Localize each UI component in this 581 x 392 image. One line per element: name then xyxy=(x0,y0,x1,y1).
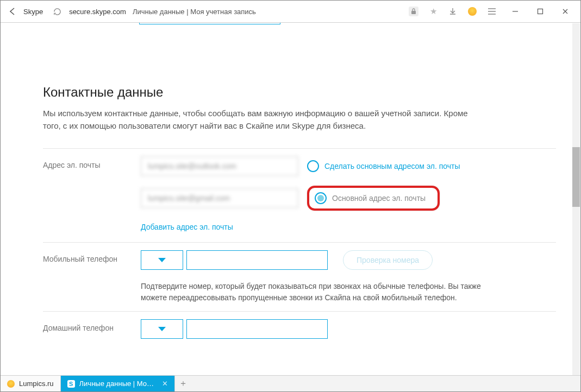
svg-rect-1 xyxy=(538,9,543,14)
home-phone-input[interactable] xyxy=(186,319,328,339)
home-country-code-select[interactable] xyxy=(141,319,183,339)
add-email-link[interactable]: Добавить адрес эл. почты xyxy=(141,223,233,231)
section-title: Контактные данные xyxy=(43,85,556,100)
primary-email-label: Основной адрес эл. почты xyxy=(332,194,426,203)
email-input-2[interactable] xyxy=(141,188,298,208)
tab-bar: Lumpics.ru S Личные данные | Моя уч ✕ ＋ xyxy=(1,375,580,391)
svg-rect-0 xyxy=(411,11,416,14)
favicon-icon: S xyxy=(67,380,75,388)
tab-lumpics[interactable]: Lumpics.ru xyxy=(1,376,61,391)
browser-toolbar: Skype secure.skype.com Личные данные | М… xyxy=(1,1,580,23)
home-phone-label: Домашний телефон xyxy=(43,319,141,332)
mobile-helper-text: Подтвердите номер, который будет показыв… xyxy=(141,281,499,304)
chevron-down-icon xyxy=(158,258,166,262)
primary-email-radio[interactable]: Основной адрес эл. почты xyxy=(315,192,426,204)
email-input-1[interactable] xyxy=(141,156,298,176)
radio-icon xyxy=(315,192,327,204)
mobile-phone-label: Мобильный телефон xyxy=(43,250,141,263)
primary-email-highlight: Основной адрес эл. почты xyxy=(307,186,440,211)
window-maximize-button[interactable] xyxy=(529,3,551,20)
mobile-phone-section: Мобильный телефон Проверка номера Подтве… xyxy=(43,242,556,311)
email-label: Адрес эл. почты xyxy=(43,156,141,169)
verify-number-button[interactable]: Проверка номера xyxy=(343,250,433,270)
radio-icon xyxy=(307,160,319,172)
window-close-button[interactable] xyxy=(554,3,576,20)
new-tab-button[interactable]: ＋ xyxy=(175,376,191,391)
reload-button[interactable] xyxy=(51,5,64,18)
make-primary-label: Сделать основным адресом эл. почты xyxy=(324,162,460,170)
extension-icon[interactable] xyxy=(467,7,477,16)
email-section: Адрес эл. почты Сделать основным адресом… xyxy=(43,148,556,242)
tab-title: Личные данные | Моя уч xyxy=(79,380,155,388)
menu-icon[interactable] xyxy=(487,7,497,16)
site-name-label: Skype xyxy=(23,8,43,16)
bookmark-star-icon[interactable]: ★ xyxy=(428,7,438,16)
close-icon[interactable]: ✕ xyxy=(162,380,168,388)
url-domain: secure.skype.com xyxy=(69,8,126,16)
window-minimize-button[interactable] xyxy=(504,3,526,20)
page-content: Контактные данные Мы используем контактн… xyxy=(1,23,580,375)
home-phone-section: Домашний телефон xyxy=(43,311,556,346)
tab-title: Lumpics.ru xyxy=(19,380,54,388)
chevron-down-icon xyxy=(158,327,166,331)
favicon-icon xyxy=(7,380,15,388)
make-primary-email-radio[interactable]: Сделать основным адресом эл. почты xyxy=(307,160,460,172)
section-description: Мы используем контактные данные, чтобы с… xyxy=(43,108,478,132)
back-button[interactable] xyxy=(5,4,20,19)
country-code-select[interactable] xyxy=(141,250,183,270)
tab-skype-profile[interactable]: S Личные данные | Моя уч ✕ xyxy=(61,376,175,391)
top-accent-border xyxy=(139,23,280,24)
download-icon[interactable] xyxy=(448,7,458,16)
address-bar[interactable]: secure.skype.com Личные данные | Моя уче… xyxy=(67,8,405,16)
url-page-title: Личные данные | Моя учетная запись xyxy=(133,8,256,16)
mobile-phone-input[interactable] xyxy=(186,250,328,270)
lock-icon[interactable] xyxy=(409,7,418,16)
